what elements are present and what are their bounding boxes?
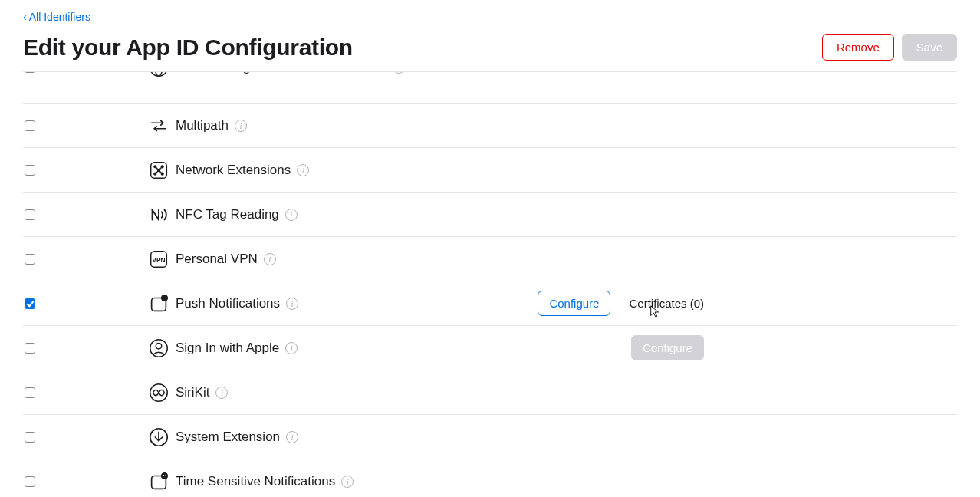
siri-icon — [147, 381, 170, 404]
certificates-count: Certificates (0) — [629, 297, 704, 310]
svg-text:VPN: VPN — [152, 255, 165, 263]
configure-button-siwa: Configure — [631, 335, 704, 360]
capability-label: Network Extensions — [176, 163, 291, 178]
capability-checkbox-siwa[interactable] — [25, 343, 35, 354]
download-icon — [147, 426, 170, 449]
capability-checkbox-mdm[interactable] — [25, 72, 35, 73]
capability-label: Sign In with Apple — [176, 341, 279, 356]
info-icon[interactable]: i — [341, 476, 354, 488]
capability-row-push-notifications: Push Notifications i Configure Certifica… — [23, 281, 957, 326]
capability-checkbox-siri[interactable] — [25, 387, 35, 398]
save-button: Save — [902, 34, 957, 61]
capability-row-multipath: Multipath i — [23, 104, 957, 148]
person-icon — [147, 337, 170, 360]
info-icon[interactable]: i — [393, 72, 405, 74]
back-link[interactable]: ‹ All Identifiers — [23, 0, 90, 29]
capability-row-nfc: NFC Tag Reading i — [23, 193, 957, 237]
capability-row-sirikit: SiriKit i — [23, 370, 957, 415]
capability-checkbox-netext[interactable] — [25, 165, 35, 176]
capability-label: NFC Tag Reading — [176, 207, 279, 222]
network-icon — [147, 159, 170, 182]
nfc-icon — [147, 203, 170, 226]
info-icon[interactable]: i — [286, 298, 298, 310]
capability-checkbox-sysext[interactable] — [25, 432, 35, 443]
capability-checkbox-tsn[interactable] — [25, 476, 35, 487]
capability-label: Multipath — [176, 118, 229, 133]
svg-line-12 — [159, 170, 163, 174]
svg-line-9 — [155, 166, 159, 170]
info-icon[interactable]: i — [285, 209, 298, 221]
svg-point-16 — [162, 295, 168, 301]
svg-line-11 — [155, 170, 159, 174]
capability-row-personal-vpn: VPN Personal VPN i — [23, 237, 957, 281]
capability-label: System Extension — [176, 430, 280, 445]
capability-label: Time Sensitive Notifications — [176, 474, 335, 489]
info-icon[interactable]: i — [264, 253, 276, 265]
capability-row-system-extension: System Extension i — [23, 415, 957, 459]
configure-button-push[interactable]: Configure — [538, 291, 610, 316]
capability-checkbox-vpn[interactable] — [25, 254, 35, 265]
capability-checkbox-push[interactable] — [25, 298, 35, 309]
info-icon[interactable]: i — [235, 120, 247, 132]
remove-button[interactable]: Remove — [822, 34, 894, 61]
capability-row-time-sensitive-notifications: Time Sensitive Notifications i — [23, 459, 957, 497]
page-title: Edit your App ID Configuration — [23, 35, 353, 61]
capability-label: MDM Managed Associated Domains — [176, 72, 386, 75]
svg-point-0 — [150, 72, 168, 76]
capability-label: SiriKit — [176, 385, 209, 400]
capability-row-mdm: MDM Managed Associated Domains i — [23, 72, 957, 104]
capability-checkbox-multipath[interactable] — [25, 120, 35, 131]
capability-checkbox-nfc[interactable] — [25, 209, 35, 220]
time-sensitive-icon — [147, 470, 170, 493]
svg-point-18 — [156, 343, 162, 349]
capability-list: MDM Managed Associated Domains i Multipa… — [23, 71, 957, 497]
push-notifications-icon — [147, 292, 170, 315]
vpn-icon: VPN — [147, 248, 170, 271]
page-header: Edit your App ID Configuration Remove Sa… — [23, 29, 957, 71]
info-icon[interactable]: i — [215, 387, 228, 399]
capability-label: Personal VPN — [176, 252, 258, 267]
svg-line-10 — [159, 166, 163, 170]
multipath-icon — [147, 114, 170, 137]
info-icon[interactable]: i — [285, 342, 298, 354]
info-icon[interactable]: i — [297, 164, 309, 176]
capability-row-network-extensions: Network Extensions i — [23, 148, 957, 193]
globe-icon — [147, 72, 170, 79]
capability-label: Push Notifications — [176, 296, 280, 311]
capability-row-sign-in-with-apple: Sign In with Apple i Configure — [23, 326, 957, 370]
info-icon[interactable]: i — [286, 431, 298, 443]
